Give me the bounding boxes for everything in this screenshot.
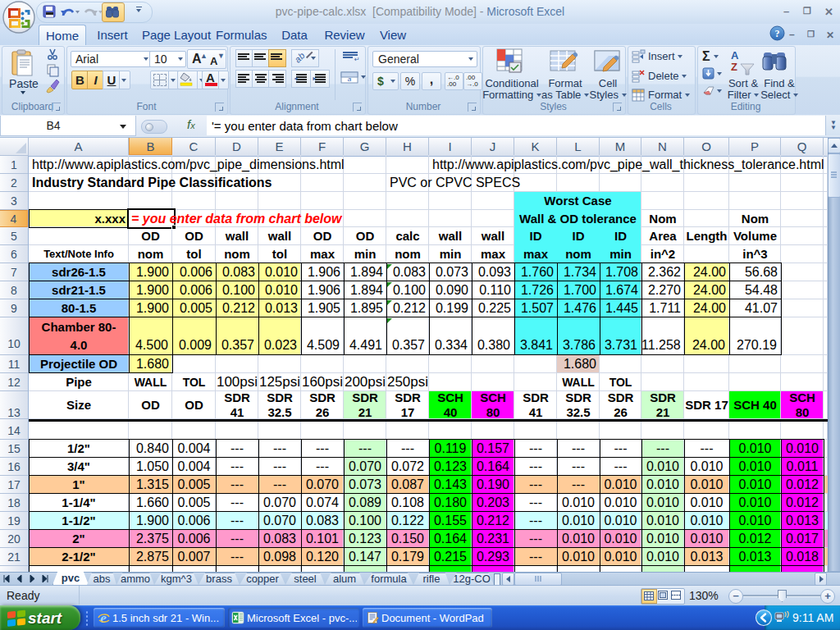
svg-text:A: A (731, 49, 739, 62)
svg-text:?: ? (775, 28, 780, 39)
svg-text:e: e (100, 611, 107, 625)
svg-text:a: a (348, 75, 352, 83)
svg-text:Z: Z (731, 61, 737, 73)
